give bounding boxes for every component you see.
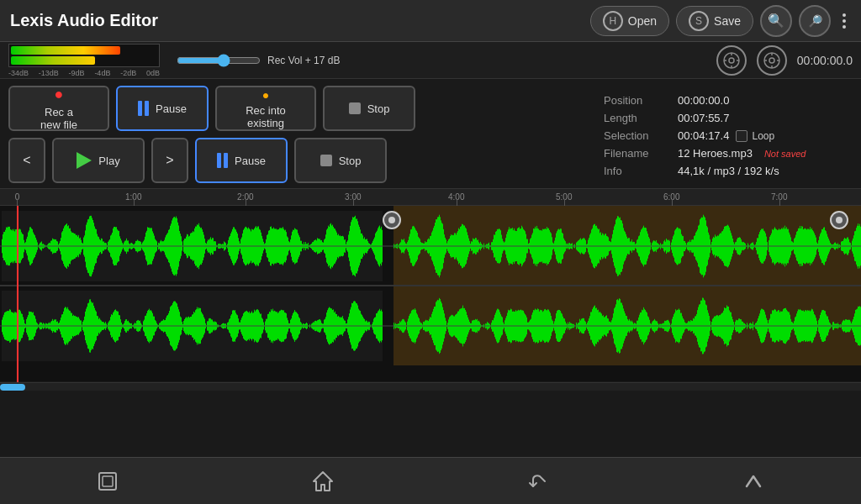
- more-dot-3: [843, 25, 846, 29]
- info-filename: Filename 12 Heroes.mp3 Not saved: [604, 145, 841, 161]
- nav-square-button[interactable]: [89, 463, 126, 500]
- stop-icon-1: [349, 102, 361, 114]
- rec-into-existing-button[interactable]: ● Rec into existing: [215, 86, 316, 131]
- stop-icon-2: [320, 155, 332, 166]
- info-selection: Selection 00:04:17.4 Loop: [604, 128, 841, 144]
- spin-icon-left: [716, 45, 747, 76]
- level-labels: -34dB -13dB -9dB -4dB -2dB 0dB: [8, 69, 160, 77]
- loop-checkbox[interactable]: [736, 130, 747, 142]
- scrollbar-thumb[interactable]: [0, 384, 25, 391]
- zoom-out-icon: 🔎: [808, 14, 822, 28]
- controls-row-2: < Play > Pause Stop: [8, 138, 585, 183]
- svg-rect-13: [103, 476, 113, 486]
- nav-bar: [0, 457, 861, 504]
- nav-square-icon: [97, 470, 119, 492]
- play-button[interactable]: Play: [52, 138, 145, 183]
- loop-label: Loop: [752, 130, 774, 142]
- timer-display: 00:00:00.0: [716, 45, 853, 76]
- timer-value: 00:00:00.0: [797, 54, 853, 67]
- svg-rect-12: [99, 473, 116, 490]
- more-dot-1: [843, 13, 846, 17]
- stop-button-1[interactable]: Stop: [323, 86, 415, 131]
- svg-point-1: [729, 58, 734, 63]
- pin-marker-left[interactable]: [383, 211, 401, 229]
- level-bar-top: [11, 46, 120, 55]
- header: Lexis Audio Editor H Open S Save 🔍 🔎: [0, 0, 861, 42]
- save-button[interactable]: S Save: [676, 6, 753, 36]
- info-length: Length 00:07:55.7: [604, 110, 841, 126]
- not-saved-badge: Not saved: [764, 149, 806, 159]
- svg-point-7: [769, 58, 774, 63]
- pause-button-2[interactable]: Pause: [195, 138, 288, 183]
- playhead: [17, 206, 18, 382]
- level-row: -34dB -13dB -9dB -4dB -2dB 0dB Rec Vol +…: [0, 42, 861, 79]
- info-details: Info 44,1k / mp3 / 192 k/s: [604, 163, 841, 179]
- waveform-canvas[interactable]: [0, 206, 861, 382]
- pause-button-1[interactable]: Pause: [116, 86, 209, 131]
- open-icon: H: [603, 11, 623, 31]
- volume-label: Rec Vol + 17 dB: [267, 55, 340, 66]
- save-icon: S: [689, 11, 709, 31]
- app-title: Lexis Audio Editor: [10, 11, 158, 30]
- waveform-area[interactable]: 0 1:00 2:00 3:00 4:00 5:00 6:00 7:00: [0, 188, 861, 381]
- rec-new-file-button[interactable]: ● Rec a new file: [8, 86, 109, 131]
- spin-icon-right: [757, 45, 787, 76]
- controls-left: ● Rec a new file Pause ● Rec into existi…: [8, 86, 585, 181]
- timeline-ruler: 0 1:00 2:00 3:00 4:00 5:00 6:00 7:00: [0, 189, 861, 206]
- header-actions: H Open S Save 🔍 🔎: [590, 5, 851, 37]
- nav-back-button[interactable]: [520, 463, 557, 500]
- controls-row-1: ● Rec a new file Pause ● Rec into existi…: [8, 86, 585, 131]
- zoom-out-button[interactable]: 🔎: [799, 5, 831, 37]
- loop-checkbox-wrap: Loop: [736, 130, 774, 142]
- search-button[interactable]: 🔍: [760, 5, 792, 37]
- controls-area: ● Rec a new file Pause ● Rec into existi…: [0, 79, 861, 188]
- stop-button-2[interactable]: Stop: [294, 138, 387, 183]
- reel-left-icon: [722, 51, 741, 70]
- reel-right-icon: [763, 51, 781, 70]
- more-dot-2: [843, 19, 846, 23]
- search-icon: 🔍: [768, 13, 784, 29]
- next-button[interactable]: >: [151, 138, 188, 183]
- info-position: Position 00:00:00.0: [604, 92, 841, 108]
- waveform-visual: [0, 206, 861, 365]
- back-icon: [526, 470, 550, 493]
- volume-slider[interactable]: [177, 54, 261, 67]
- nav-home-button[interactable]: [304, 463, 341, 500]
- svg-marker-14: [314, 472, 332, 491]
- more-menu-button[interactable]: [837, 8, 851, 34]
- home-icon: [311, 470, 335, 493]
- level-meter-wrap: -34dB -13dB -9dB -4dB -2dB 0dB: [8, 44, 160, 77]
- volume-control: Rec Vol + 17 dB: [177, 54, 340, 67]
- waveform-scrollbar[interactable]: [0, 382, 861, 391]
- play-icon: [77, 152, 92, 169]
- up-icon: [742, 470, 765, 493]
- rec-indicator: ●: [55, 86, 64, 103]
- info-panel: Position 00:00:00.0 Length 00:07:55.7 Se…: [592, 86, 853, 181]
- pause-icon-2: [217, 153, 228, 168]
- open-button[interactable]: H Open: [590, 6, 669, 36]
- rec-yellow-indicator: ●: [262, 88, 269, 102]
- nav-up-button[interactable]: [735, 463, 772, 500]
- level-meter: [8, 44, 160, 67]
- ruler-line-0: [17, 199, 18, 206]
- level-bar-bottom: [11, 56, 95, 65]
- prev-button[interactable]: <: [8, 138, 45, 183]
- pause-icon-1: [138, 101, 149, 116]
